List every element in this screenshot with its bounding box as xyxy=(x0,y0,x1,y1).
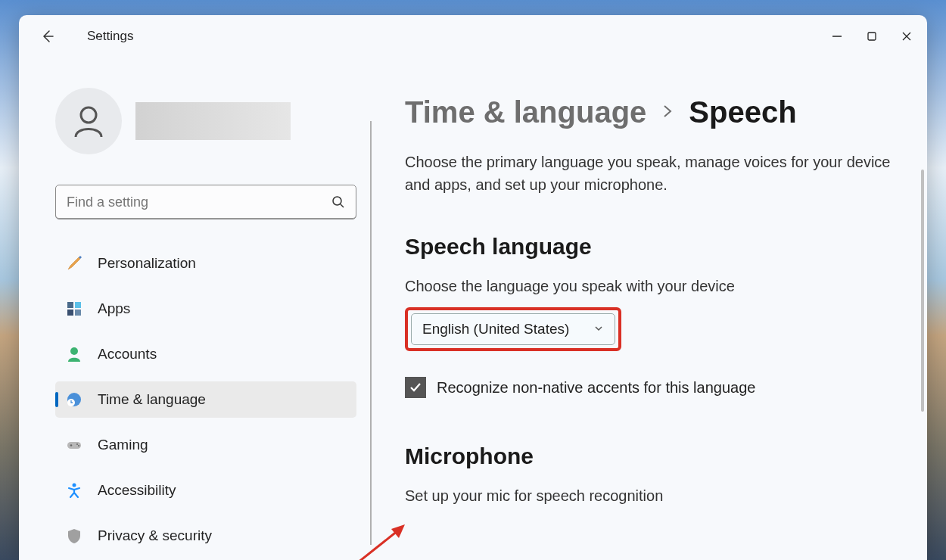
minimize-icon xyxy=(832,31,842,42)
settings-window: Settings xyxy=(19,15,927,560)
profile-block[interactable] xyxy=(55,88,359,154)
svg-rect-6 xyxy=(75,302,81,308)
avatar xyxy=(55,88,122,154)
checkmark-icon xyxy=(408,380,423,395)
svg-point-9 xyxy=(70,347,78,355)
user-name-redacted xyxy=(135,102,291,140)
nav-label: Gaming xyxy=(98,437,148,453)
svg-rect-7 xyxy=(67,310,73,316)
page-subtitle: Choose the primary language you speak, m… xyxy=(405,151,904,196)
app-title: Settings xyxy=(87,29,133,44)
nav-gaming[interactable]: Gaming xyxy=(55,427,356,463)
breadcrumb-current: Speech xyxy=(689,95,796,129)
breadcrumb: Time & language Speech xyxy=(405,95,904,129)
search-box[interactable] xyxy=(55,185,356,219)
nav-accessibility[interactable]: Accessibility xyxy=(55,472,356,509)
main-content: Time & language Speech Choose the primar… xyxy=(359,58,927,560)
svg-point-2 xyxy=(81,107,96,123)
search-icon xyxy=(331,195,345,209)
nav-label: Time & language xyxy=(98,391,206,408)
nav-label: Privacy & security xyxy=(98,527,212,544)
nav-time-language[interactable]: Time & language xyxy=(55,381,356,418)
nav-label: Accessibility xyxy=(98,482,176,499)
nav-accounts[interactable]: Accounts xyxy=(55,336,356,372)
speech-language-dropdown[interactable]: English (United States) xyxy=(411,313,615,345)
svg-point-14 xyxy=(76,443,78,445)
titlebar: Settings xyxy=(19,15,927,58)
chevron-right-icon xyxy=(661,102,674,123)
paintbrush-icon xyxy=(66,255,82,272)
account-icon xyxy=(66,346,82,362)
search-input[interactable] xyxy=(67,194,331,210)
nav-label: Accounts xyxy=(98,346,157,362)
accessibility-icon xyxy=(66,482,82,499)
minimize-button[interactable] xyxy=(820,20,854,53)
microphone-sub: Set up your mic for speech recognition xyxy=(405,487,904,505)
svg-marker-18 xyxy=(391,524,405,538)
svg-line-4 xyxy=(341,204,344,207)
close-icon xyxy=(901,31,912,42)
svg-point-3 xyxy=(333,197,341,205)
nav-label: Apps xyxy=(98,300,130,317)
svg-point-16 xyxy=(73,484,76,487)
speech-language-sub: Choose the language you speak with your … xyxy=(405,278,904,295)
checkbox-label: Recognize non-native accents for this la… xyxy=(437,379,755,397)
breadcrumb-parent[interactable]: Time & language xyxy=(405,95,646,129)
person-icon xyxy=(70,102,107,140)
svg-rect-5 xyxy=(67,302,73,308)
svg-rect-1 xyxy=(868,33,876,40)
checkbox-checked[interactable] xyxy=(405,377,426,398)
microphone-header: Microphone xyxy=(405,443,904,469)
globe-clock-icon xyxy=(66,391,82,408)
content-divider xyxy=(370,121,372,545)
window-controls xyxy=(820,20,924,53)
speech-language-header: Speech language xyxy=(405,234,904,260)
maximize-button[interactable] xyxy=(854,20,889,53)
apps-icon xyxy=(66,300,82,317)
dropdown-value: English (United States) xyxy=(422,321,569,338)
sidebar: Personalization Apps Accounts xyxy=(19,58,359,560)
nav-label: Personalization xyxy=(98,255,196,272)
nav-apps[interactable]: Apps xyxy=(55,291,356,327)
shield-icon xyxy=(66,527,82,544)
chevron-down-icon xyxy=(593,321,604,338)
highlight-box: English (United States) xyxy=(405,307,621,351)
svg-point-13 xyxy=(70,444,73,446)
svg-rect-8 xyxy=(75,310,81,316)
accent-checkbox-row[interactable]: Recognize non-native accents for this la… xyxy=(405,377,904,398)
scrollbar[interactable] xyxy=(921,170,924,412)
nav-privacy-security[interactable]: Privacy & security xyxy=(55,518,356,554)
svg-point-15 xyxy=(78,445,79,446)
nav-personalization[interactable]: Personalization xyxy=(55,245,356,282)
arrow-left-icon xyxy=(40,29,55,44)
close-button[interactable] xyxy=(889,20,924,53)
nav-list: Personalization Apps Accounts xyxy=(55,245,359,554)
maximize-icon xyxy=(867,31,877,42)
gamepad-icon xyxy=(66,437,82,453)
back-button[interactable] xyxy=(31,20,64,53)
